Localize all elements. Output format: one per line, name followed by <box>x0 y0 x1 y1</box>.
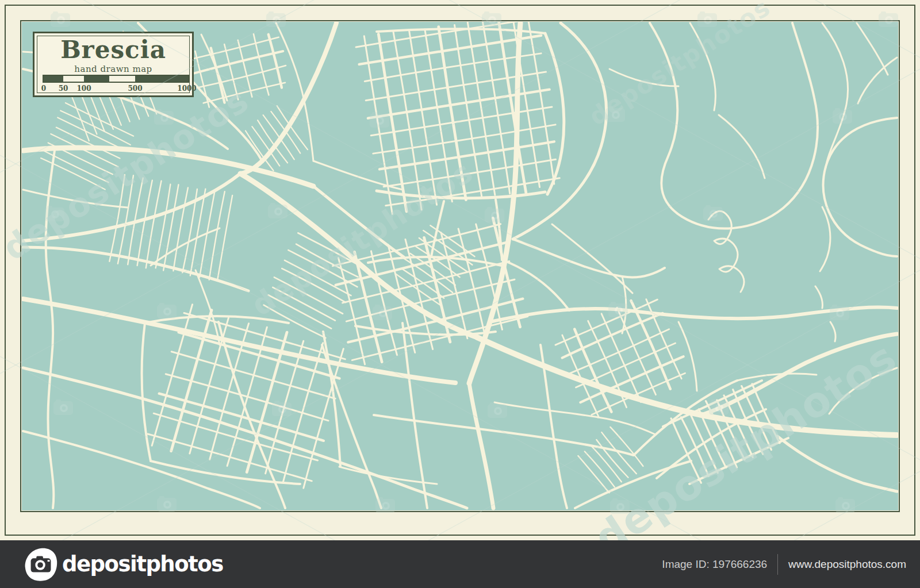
scale-label: 0 <box>41 84 46 93</box>
brand-name: depositphotos <box>62 552 223 577</box>
separator <box>777 554 778 575</box>
brand-logo: depositphotos <box>23 547 223 582</box>
scale-label: 50 <box>59 84 68 93</box>
scale-label: 500 <box>128 84 142 93</box>
scale-segment <box>84 76 109 82</box>
scale-bar <box>43 75 189 83</box>
scale-segment <box>44 76 63 82</box>
map-frame: Brescia hand drawn map 0 50 100 500 1000… <box>0 0 920 540</box>
map-subtitle: hand drawn map <box>34 64 192 74</box>
stock-photo-page: Brescia hand drawn map 0 50 100 500 1000… <box>0 0 920 588</box>
map-scale: 0 50 100 500 1000 <box>43 75 189 93</box>
scale-label: 100 <box>76 84 91 93</box>
image-id: Image ID: 197666236 <box>662 558 767 571</box>
footer-meta: Image ID: 197666236 www.depositphotos.co… <box>662 554 906 575</box>
city-name: Brescia <box>34 38 192 62</box>
watermark-bar: depositphotos Image ID: 197666236 www.de… <box>0 540 920 588</box>
scale-label: 1000 <box>177 84 196 93</box>
map-title-card: Brescia hand drawn map 0 50 100 500 1000 <box>33 32 194 97</box>
scale-segment <box>135 76 188 82</box>
site-url: www.depositphotos.com <box>788 558 906 571</box>
camera-logo-icon <box>23 547 59 582</box>
